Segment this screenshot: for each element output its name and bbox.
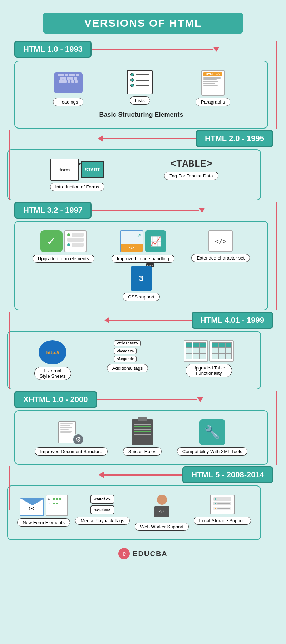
feature-image-handling: </> ↗ 📈 Improved image handling [112,230,174,263]
legend-tag: <legend> [114,356,136,362]
page-title: VERSIONS OF HTML [43,13,243,34]
feature-media-tags: <audio> <video> Media Playback Tags [75,495,130,525]
label-css: CSS support [123,293,160,301]
table-func-icon [184,340,208,362]
worker-icon: </> [150,495,174,520]
label-local-storage: Local Storage Support [194,517,251,525]
footer-logo: e [118,548,130,559]
css-icon: 3 [131,266,152,291]
footer: e EDUCBA [7,542,279,564]
audio-tag: <audio> [90,495,114,504]
version-label-html10: HTML 1.0 - 1993 [14,41,92,58]
chart-icon: 📈 [145,230,166,252]
arrow-line-html20 [103,138,196,139]
feature-ext-styles: http:// ExternalStyle Sheets [34,340,71,380]
label-forms: Introduction of Forms [50,183,105,191]
feature-headings: Headings [52,70,84,106]
server-icon [210,495,235,514]
video-tag: <video> [90,505,114,514]
code-icon: </> [208,230,233,252]
label-doc-struct: Improved Document Structure [35,447,107,456]
doc-struct-icon: ⚙ [58,419,84,445]
feature-additional-tags: <fieldset> <header> <legend> Additional … [107,340,148,372]
connector-right-xhtml10 [276,391,277,465]
feature-stricter-rules: Stricter Rules [123,419,162,456]
form-icon: form START [50,159,104,181]
clipboard-icon [132,419,153,445]
gear-icon: ⚙ [73,434,84,445]
version-label-html32: HTML 3.2 - 1997 [14,202,92,219]
feature-table: <TABLE> Tag For Tabular Data [164,159,218,180]
table-tag-text: <TABLE> [170,159,212,170]
keyboard-icon [54,72,83,93]
label-paragraphs: Paragraphs [196,98,230,106]
wrench-icon: 🔧 [199,419,225,445]
feature-lists: Lists [127,70,153,105]
feature-new-forms: ✉ 1 2 [17,495,70,527]
numbered-list-icon: 1 2 [46,495,68,516]
list-icon [127,70,153,94]
checkbox-icon: ✓ [40,230,63,252]
label-headings: Headings [53,98,83,106]
label-upgraded-forms: Upgraded form elements [33,255,94,263]
version-label-html20: HTML 2.0 - 1995 [196,130,273,147]
arrow-line-html10 [92,49,213,50]
connector-left-html401 [9,312,10,389]
feature-forms: form START Introduction of Forms [50,159,105,191]
connector-left-html20 [9,130,10,200]
form-elem-icon [64,230,87,252]
label-web-worker: Web Worker Support [135,523,189,531]
version-label-html401: HTML 4.01 - 1999 [192,312,273,329]
html-doc-icon: HTML </> [201,70,225,96]
version-label-xhtml10: XHTML 1.0 - 2000 [14,391,97,408]
connector-right-html10 [276,41,277,129]
section-label-html10: Basic Structuring Elements [20,111,262,119]
feature-css: CSS 3 CSS support [123,266,160,301]
feature-char-set: </> Extended character set [191,230,250,262]
label-media-tags: Media Playback Tags [75,517,130,525]
label-lists: Lists [130,96,150,105]
code-bars-icon: </> ↗ [120,230,143,252]
version-label-html5: HTML 5 - 2008-2014 [182,466,273,483]
footer-brand: EDUCBA [133,550,168,558]
table-func-icon-2 [209,340,234,362]
label-ext-styles: ExternalStyle Sheets [34,367,71,380]
feature-upgraded-forms: ✓ Upgraded form elements [33,230,94,263]
label-new-forms: New Form Elements [17,518,70,527]
label-table-func: Upgraded Table Functionality [186,364,232,377]
globe-icon: http:// [39,340,66,364]
feature-doc-struct: ⚙ Improved Document Structure [35,419,107,456]
label-xml-compat: Compatibility With XML Tools [177,447,248,456]
label-table: Tag For Tabular Data [164,172,218,180]
fieldset-tag: <fieldset> [114,340,140,346]
label-stricter-rules: Stricter Rules [123,447,162,456]
envelope-icon: ✉ [20,498,44,516]
connector-right-html32 [276,202,277,310]
label-additional-tags: Additional tags [107,364,148,372]
header-tag: <header> [114,348,136,354]
arrow-left-html20 [98,135,103,142]
tags-container: <fieldset> <header> <legend> [114,340,140,362]
connector-left-html5 [9,466,10,510]
label-image-handling: Improved image handling [112,255,174,263]
feature-paragraphs: HTML </> Paragraphs [196,70,230,106]
arrow-down-html10 [213,47,220,52]
feature-table-func: Upgraded Table Functionality [184,340,234,377]
feature-xml-compat: 🔧 Compatibility With XML Tools [177,419,248,456]
feature-local-storage: Local Storage Support [194,495,251,525]
feature-web-worker: </> Web Worker Support [135,495,189,531]
label-char-set: Extended character set [191,254,250,262]
